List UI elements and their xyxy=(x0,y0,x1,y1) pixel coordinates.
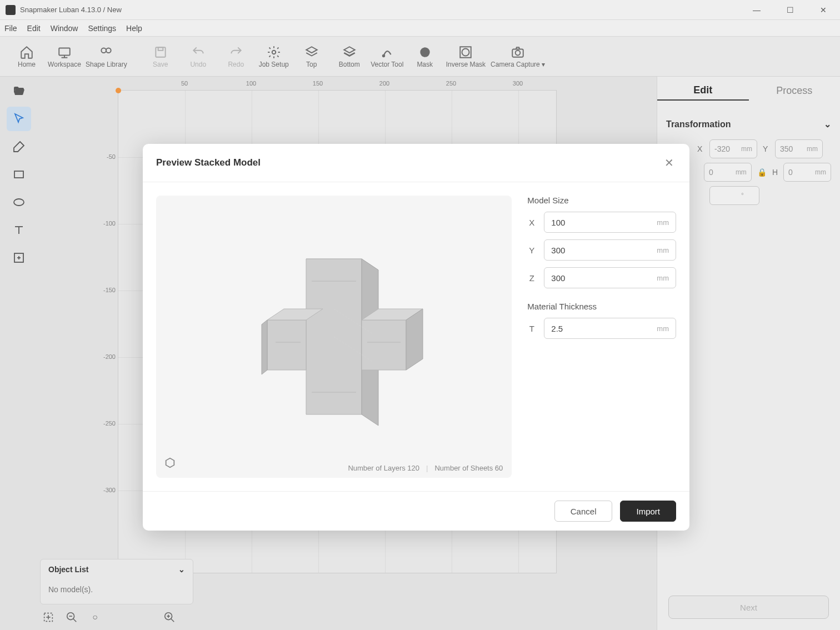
modal-parameters: Model Size X mm Y mm Z mm Material Thick… xyxy=(527,196,676,478)
model-z-row: Z mm xyxy=(527,267,676,288)
x-axis-label: X xyxy=(527,218,536,227)
preview-stats: Number of Layers 120 | Number of Sheets … xyxy=(348,464,503,472)
svg-marker-34 xyxy=(267,320,306,370)
t-axis-label: T xyxy=(527,324,536,333)
modal-title: Preview Stacked Model xyxy=(156,157,261,168)
model-preview-viewport[interactable]: Number of Layers 120 | Number of Sheets … xyxy=(156,196,512,478)
model-preview-shape xyxy=(228,226,439,448)
layers-stat: Number of Layers 120 xyxy=(348,464,419,472)
svg-marker-36 xyxy=(262,320,267,374)
material-thickness-heading: Material Thickness xyxy=(527,302,676,311)
svg-marker-37 xyxy=(362,320,406,370)
svg-marker-39 xyxy=(406,309,423,370)
y-axis-label: Y xyxy=(527,246,536,255)
model-y-input[interactable]: mm xyxy=(544,239,676,261)
z-axis-label: Z xyxy=(527,273,536,283)
cancel-button[interactable]: Cancel xyxy=(554,501,613,522)
modal-backdrop: Preview Stacked Model ✕ xyxy=(0,0,840,630)
modal-header: Preview Stacked Model ✕ xyxy=(143,144,689,182)
model-z-input[interactable]: mm xyxy=(544,267,676,288)
import-button[interactable]: Import xyxy=(620,501,676,522)
thickness-input[interactable]: mm xyxy=(544,318,676,339)
model-size-heading: Model Size xyxy=(527,196,676,205)
preview-stacked-model-dialog: Preview Stacked Model ✕ xyxy=(143,144,689,531)
model-x-row: X mm xyxy=(527,212,676,233)
modal-body: Number of Layers 120 | Number of Sheets … xyxy=(143,182,689,491)
cube-icon[interactable] xyxy=(164,457,176,471)
model-x-input[interactable]: mm xyxy=(544,212,676,233)
model-y-row: Y mm xyxy=(527,239,676,261)
modal-footer: Cancel Import xyxy=(143,491,689,531)
modal-close-button[interactable]: ✕ xyxy=(662,154,676,172)
sheets-stat: Number of Sheets 60 xyxy=(434,464,503,472)
thickness-row: T mm xyxy=(527,318,676,339)
